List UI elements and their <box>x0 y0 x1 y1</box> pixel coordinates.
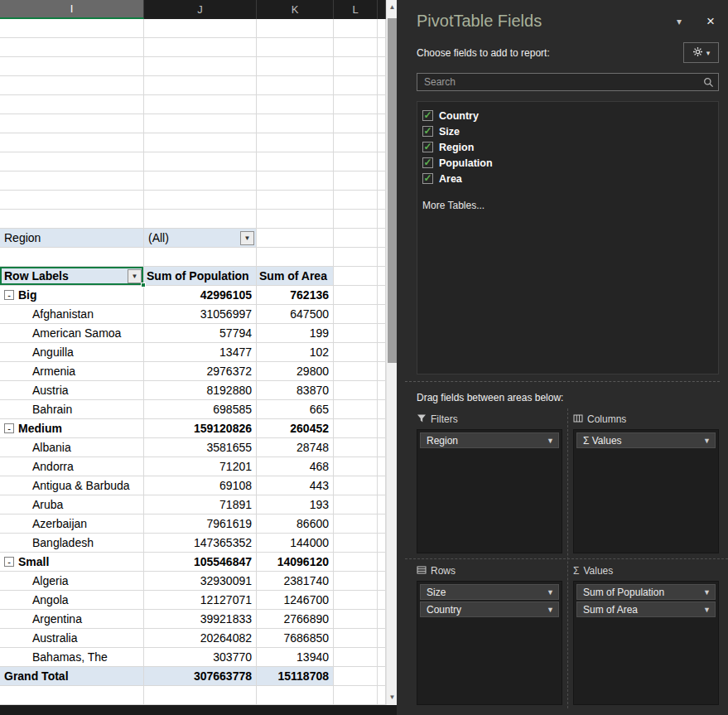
area-value-cell[interactable]: 193 <box>257 495 334 515</box>
empty-cell[interactable] <box>144 248 257 267</box>
population-value-cell[interactable]: 8192880 <box>144 381 257 400</box>
empty-cell[interactable] <box>334 152 378 172</box>
empty-cell[interactable] <box>0 95 144 114</box>
field-item-population[interactable]: ✓Population <box>421 155 715 171</box>
area-value-cell[interactable]: 2766890 <box>257 610 334 629</box>
empty-cell[interactable] <box>334 114 378 133</box>
field-pill-sum-of-population[interactable]: Sum of Population▼ <box>576 584 716 600</box>
empty-cell[interactable] <box>378 324 386 343</box>
empty-cell[interactable] <box>334 362 378 381</box>
empty-cell[interactable] <box>0 191 144 210</box>
empty-cell[interactable] <box>257 19 334 38</box>
empty-cell[interactable] <box>378 305 386 324</box>
field-pill-values[interactable]: Σ Values▼ <box>576 432 716 448</box>
field-pill-sum-of-area[interactable]: Sum of Area▼ <box>576 601 716 617</box>
empty-cell[interactable] <box>334 76 378 95</box>
population-value-cell[interactable]: 307663778 <box>144 667 257 686</box>
pivot-item-cell[interactable]: Albania <box>0 438 144 457</box>
empty-cell[interactable] <box>144 686 257 705</box>
empty-cell[interactable] <box>0 152 144 172</box>
empty-cell[interactable] <box>334 400 378 419</box>
empty-cell[interactable] <box>257 210 334 229</box>
area-value-cell[interactable]: 199 <box>257 324 334 343</box>
pivot-item-cell[interactable]: Bahrain <box>0 400 144 419</box>
empty-cell[interactable] <box>378 629 386 648</box>
pivot-item-cell[interactable]: Afghanistan <box>0 305 144 324</box>
empty-cell[interactable] <box>257 114 334 133</box>
empty-cell[interactable] <box>334 572 378 591</box>
field-item-country[interactable]: ✓Country <box>421 108 715 123</box>
empty-cell[interactable] <box>378 591 386 610</box>
empty-cell[interactable] <box>378 267 386 286</box>
rows-drop-zone[interactable]: Size▼Country▼ <box>417 581 562 705</box>
filter-dropdown-icon[interactable]: ▼ <box>240 231 254 245</box>
empty-cell[interactable] <box>378 286 386 305</box>
empty-cell[interactable] <box>257 686 334 705</box>
population-value-cell[interactable]: 31056997 <box>144 305 257 324</box>
field-pill-country[interactable]: Country▼ <box>420 601 559 617</box>
pivot-item-cell[interactable]: Anguilla <box>0 343 144 362</box>
empty-cell[interactable] <box>334 534 378 553</box>
column-header-i[interactable]: I <box>0 0 144 19</box>
collapse-icon[interactable]: - <box>4 423 14 433</box>
pivot-group-cell[interactable]: -Small <box>0 553 144 572</box>
population-value-cell[interactable]: 71891 <box>144 495 257 515</box>
area-value-cell[interactable]: 647500 <box>257 305 334 324</box>
area-value-cell[interactable]: 28748 <box>257 438 334 457</box>
pivot-item-cell[interactable]: Argentina <box>0 610 144 629</box>
empty-cell[interactable] <box>378 476 386 495</box>
pane-options-chevron-icon[interactable]: ▾ <box>677 16 682 27</box>
population-value-cell[interactable]: 7961619 <box>144 515 257 534</box>
checkbox-population[interactable]: ✓ <box>422 157 433 168</box>
empty-cell[interactable] <box>257 152 334 172</box>
empty-cell[interactable] <box>378 686 386 705</box>
empty-cell[interactable] <box>378 515 386 534</box>
area-value-cell[interactable]: 83870 <box>257 381 334 400</box>
empty-cell[interactable] <box>144 152 257 172</box>
population-value-cell[interactable]: 303770 <box>144 648 257 667</box>
pivot-item-cell[interactable]: Australia <box>0 629 144 648</box>
empty-cell[interactable] <box>334 172 378 191</box>
empty-cell[interactable] <box>334 476 378 495</box>
empty-cell[interactable] <box>378 248 386 267</box>
empty-cell[interactable] <box>334 229 378 248</box>
pivot-item-cell[interactable]: Austria <box>0 381 144 400</box>
population-value-cell[interactable]: 39921833 <box>144 610 257 629</box>
area-value-cell[interactable]: 14096120 <box>257 553 334 572</box>
filters-drop-zone[interactable]: Region▼ <box>417 429 562 553</box>
empty-cell[interactable] <box>378 38 386 57</box>
area-value-cell[interactable]: 260452 <box>257 419 334 438</box>
field-pill-region[interactable]: Region▼ <box>420 432 559 448</box>
checkbox-country[interactable]: ✓ <box>422 110 433 121</box>
area-value-cell[interactable]: 762136 <box>257 286 334 305</box>
chevron-down-icon[interactable]: ▼ <box>703 588 711 597</box>
pivot-item-cell[interactable]: Armenia <box>0 362 144 381</box>
empty-cell[interactable] <box>378 419 386 438</box>
more-tables-link[interactable]: More Tables... <box>421 200 715 211</box>
empty-cell[interactable] <box>378 172 386 191</box>
area-value-cell[interactable]: 144000 <box>257 534 334 553</box>
columns-drop-zone[interactable]: Σ Values▼ <box>573 429 719 553</box>
area-value-cell[interactable]: 443 <box>257 476 334 495</box>
area-value-cell[interactable]: 2381740 <box>257 572 334 591</box>
population-value-cell[interactable]: 3581655 <box>144 438 257 457</box>
pivot-item-cell[interactable]: Aruba <box>0 495 144 515</box>
column-header-k[interactable]: K <box>257 0 334 19</box>
pivot-group-cell[interactable]: -Medium <box>0 419 144 438</box>
tools-button[interactable]: ▾ <box>683 42 719 63</box>
population-value-cell[interactable]: 698585 <box>144 400 257 419</box>
vertical-scrollbar[interactable]: ▲ ▼ <box>386 0 397 705</box>
empty-cell[interactable] <box>144 191 257 210</box>
empty-cell[interactable] <box>378 95 386 114</box>
empty-cell[interactable] <box>334 305 378 324</box>
empty-cell[interactable] <box>144 57 257 76</box>
collapse-icon[interactable]: - <box>4 290 14 300</box>
empty-cell[interactable] <box>334 629 378 648</box>
empty-cell[interactable] <box>378 362 386 381</box>
empty-cell[interactable] <box>144 19 257 38</box>
population-value-cell[interactable]: 105546847 <box>144 553 257 572</box>
pivot-item-cell[interactable]: Bangladesh <box>0 534 144 553</box>
pivot-item-cell[interactable]: Algeria <box>0 572 144 591</box>
empty-cell[interactable] <box>334 438 378 457</box>
empty-cell[interactable] <box>257 95 334 114</box>
